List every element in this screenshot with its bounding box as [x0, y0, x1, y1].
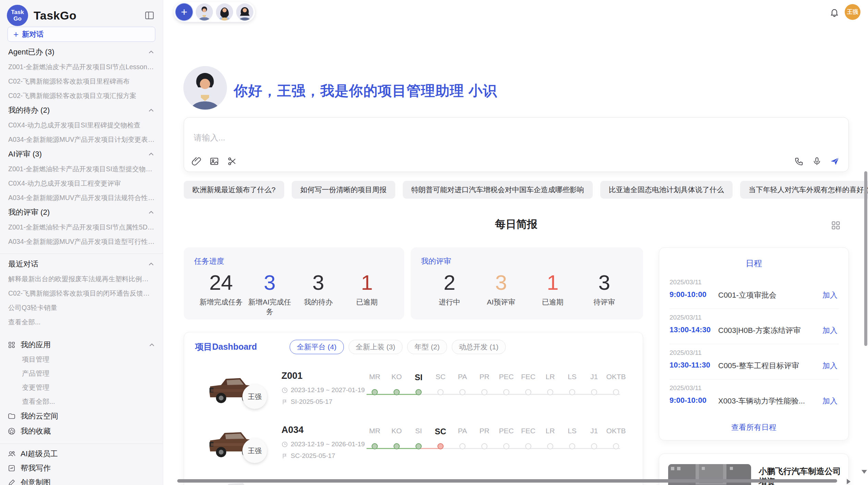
view-all-chats-link[interactable]: 查看全部...	[0, 315, 163, 329]
section-ai-review[interactable]: AI评审 (3)	[8, 147, 155, 162]
section-my-review[interactable]: 我的评审 (2)	[8, 205, 155, 220]
agent-avatar-3[interactable]	[236, 3, 253, 21]
app-item-product-mgmt[interactable]: 产品管理	[0, 366, 163, 381]
conversation-item[interactable]: C0X4-动力总成开发项目SI里程碑提交物检查	[0, 118, 163, 132]
suggestion-chip[interactable]: 如何写一份清晰的项目周报	[292, 181, 395, 199]
attach-file-icon[interactable]	[192, 157, 201, 166]
milestone: MR	[364, 419, 386, 449]
recent-chat-item[interactable]: 解释最新出台的欧盟报废车法规再生塑料比例被调至15%...	[0, 272, 163, 286]
layout-grid-icon[interactable]	[831, 221, 841, 230]
milestone-dot	[481, 389, 487, 395]
favorites-icon	[8, 427, 16, 435]
write-icon	[8, 464, 16, 472]
app-item-project-mgmt[interactable]: 项目管理	[0, 352, 163, 366]
conversation-item[interactable]: Z001-全新燃油皮卡产品开发项目SI节点Lesson Learn报告	[0, 60, 163, 74]
new-chat-button[interactable]: + 新对话	[8, 27, 155, 42]
conversation-item[interactable]: Z001-全新燃油轻卡产品开发项目SI造型提交物评审	[0, 162, 163, 176]
suggestion-chip[interactable]: 比亚迪全固态电池计划具体说了什么	[600, 181, 733, 199]
milestone: LS	[561, 419, 583, 449]
section-agent-done[interactable]: Agent已办 (3)	[8, 45, 155, 60]
insert-image-icon[interactable]	[209, 157, 219, 166]
chevron-up-icon[interactable]	[148, 341, 155, 348]
tab-year-model[interactable]: 年型 (2)	[407, 340, 447, 354]
agent-avatar-1[interactable]	[196, 3, 213, 21]
tab-powertrain[interactable]: 动总开发 (1)	[452, 340, 506, 354]
vertical-scrollbar[interactable]	[864, 171, 867, 346]
tab-new-platform[interactable]: 全新平台 (4)	[290, 340, 344, 354]
sidebar-collapse-icon[interactable]	[144, 10, 155, 21]
recent-chat-item[interactable]: C02-飞腾新能源轻客改款项目的闭环通告反馈情况	[0, 286, 163, 300]
conversation-item[interactable]: A034-全新新能源MUV产品开发项目法规符合性评审	[0, 190, 163, 205]
plus-icon: +	[13, 30, 19, 39]
milestone: PA	[451, 365, 473, 395]
schedule-name: C005-整车工程目标评审	[718, 361, 799, 371]
sidebar-header: Task Go TaskGo	[7, 4, 156, 27]
view-all-apps-link[interactable]: 查看全部...	[0, 395, 163, 409]
chevron-up-icon[interactable]	[148, 151, 155, 158]
milestone-dot	[481, 443, 487, 449]
suggestion-chip[interactable]: 当下年轻人对汽车外观有怎样的喜好趋势	[740, 181, 868, 199]
conversation-item[interactable]: A034-全新新能源MUV产品开发项目造型可行性评审	[0, 234, 163, 249]
scroll-right-arrow[interactable]	[847, 479, 851, 484]
suggestion-chip[interactable]: 欧洲新规最近颁布了什么?	[184, 181, 284, 199]
milestone-timeline: MR KO SI SC PA PR PEC FEC LR LS J1 OKTB	[364, 419, 627, 460]
sidebar-item-my-apps[interactable]: 我的应用	[8, 337, 155, 352]
horizontal-scrollbar[interactable]	[177, 479, 837, 483]
chevron-up-icon[interactable]	[148, 49, 155, 55]
suggestion-chip[interactable]: 特朗普可能对进口汽车增税会对中国车企造成哪些影响	[403, 181, 593, 199]
conversation-item[interactable]: A034-全新新能源MUV产品开发项目计划变更表编写	[0, 132, 163, 147]
milestone: J1	[583, 365, 605, 395]
join-link[interactable]: 加入	[822, 396, 837, 406]
sidebar-item-creative-drawing[interactable]: 创意制图	[8, 475, 155, 485]
send-icon[interactable]	[830, 157, 840, 166]
sidebar-item-cloud-space[interactable]: 我的云空间	[8, 409, 155, 424]
section-label: Agent已办 (3)	[8, 47, 55, 57]
sidebar-item-help-me-write[interactable]: 帮我写作	[8, 461, 155, 475]
sidebar-item-favorites[interactable]: 我的收藏	[8, 424, 155, 439]
milestone-dot	[415, 443, 422, 449]
add-agent-button[interactable]: +	[176, 3, 193, 21]
microphone-icon[interactable]	[812, 157, 822, 166]
stat-ai-done: 3新增AI完成任务	[245, 270, 294, 316]
chevron-up-icon[interactable]	[148, 107, 155, 114]
scroll-down-arrow[interactable]	[861, 470, 867, 474]
section-recent-chats[interactable]: 最近对话	[8, 257, 155, 272]
milestone: MR	[364, 365, 386, 395]
milestone: LR	[539, 419, 561, 449]
schedule-time: 10:30-11:30	[670, 361, 710, 370]
sidebar-item-ai-super-staff[interactable]: AI超级员工	[8, 447, 155, 461]
stat-overdue: 1已逾期	[527, 270, 579, 307]
conversation-item[interactable]: C02-飞腾新能源轻客改款项目立项汇报方案	[0, 88, 163, 103]
daily-brief-title: 每日简报	[184, 217, 849, 232]
section-my-todo[interactable]: 我的待办 (2)	[8, 103, 155, 118]
app-logo: Task Go	[7, 5, 28, 26]
voice-call-icon[interactable]	[794, 157, 804, 166]
chat-input[interactable]	[193, 133, 709, 143]
user-avatar[interactable]: 王强	[845, 4, 860, 20]
join-link[interactable]: 加入	[822, 290, 837, 300]
chevron-up-icon[interactable]	[148, 261, 155, 268]
cloud-folder-icon	[8, 412, 16, 420]
milestone-dot	[591, 443, 597, 449]
dashboard-title: 项目Dashboard	[195, 341, 257, 352]
chevron-up-icon[interactable]	[148, 209, 155, 216]
schedule-time: 9:00-10:00	[670, 396, 707, 405]
milestone-dot	[437, 443, 444, 449]
project-row-a034[interactable]: 王强 A034 2023-12-19 ~ 2026-01-19 SC-2025-…	[184, 419, 643, 476]
project-row-z001[interactable]: 王强 Z001 2023-12-19 ~ 2027-01-19 SI-2025-…	[184, 365, 643, 422]
app-title: TaskGo	[34, 9, 76, 22]
scissors-icon[interactable]	[227, 157, 237, 166]
creative-drawing-label: 创意制图	[21, 477, 51, 485]
join-link[interactable]: 加入	[822, 325, 837, 336]
agent-avatar-2[interactable]	[216, 3, 233, 21]
view-all-schedule-link[interactable]: 查看所有日程	[659, 422, 848, 433]
conversation-item[interactable]: C02-飞腾新能源轻客改款项目里程碑画布	[0, 74, 163, 88]
app-item-change-mgmt[interactable]: 变更管理	[0, 381, 163, 395]
milestone-dot	[459, 389, 466, 395]
tab-new-body[interactable]: 全新上装 (3)	[349, 340, 403, 354]
conversation-item[interactable]: C0X4-动力总成开发项目工程变更评审	[0, 176, 163, 190]
recent-chat-item[interactable]: 公司Q3轻卡销量	[0, 300, 163, 315]
conversation-item[interactable]: Z001-全新燃油轻卡产品开发项目SI节点属性5D文件评审	[0, 220, 163, 234]
notification-bell-icon[interactable]	[830, 8, 839, 17]
join-link[interactable]: 加入	[822, 361, 837, 371]
